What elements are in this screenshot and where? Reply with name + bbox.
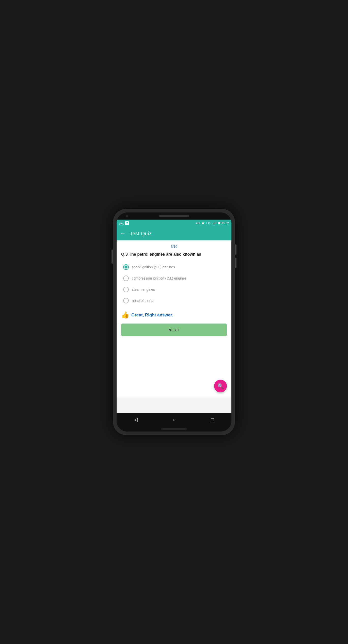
image-icon bbox=[125, 221, 129, 225]
app-bar: ← Test Quiz bbox=[117, 227, 231, 240]
nav-home-button[interactable]: ○ bbox=[173, 417, 176, 422]
option-label-2: compression ignition (C.I.) engines bbox=[132, 276, 187, 280]
bottom-grill bbox=[161, 428, 187, 430]
speed-value: 0 KB/s bbox=[119, 221, 124, 226]
camera-dot bbox=[126, 215, 128, 217]
gray-footer bbox=[117, 397, 231, 413]
phone-bottom-bar bbox=[117, 426, 231, 432]
option-4[interactable]: none of these bbox=[121, 295, 227, 306]
feedback-text: Great, Right answer. bbox=[131, 313, 173, 318]
time-display: 5:52 bbox=[224, 222, 229, 225]
app-title: Test Quiz bbox=[130, 231, 152, 237]
feedback-row: 👍 Great, Right answer. bbox=[121, 311, 227, 319]
next-button[interactable]: NEXT bbox=[121, 324, 227, 336]
radio-3[interactable] bbox=[123, 287, 129, 292]
option-3[interactable]: steam engines bbox=[121, 284, 227, 295]
nav-recent-button[interactable]: □ bbox=[211, 417, 214, 422]
thumbs-up-icon: 👍 bbox=[121, 311, 129, 319]
radio-inner-1 bbox=[124, 266, 128, 269]
back-button[interactable]: ← bbox=[120, 231, 126, 236]
lte-label: LTE bbox=[206, 222, 211, 225]
option-1[interactable]: spark ignition (S.I.) engines bbox=[121, 262, 227, 272]
vol-up-button bbox=[235, 244, 236, 255]
vol-down-button bbox=[235, 258, 236, 268]
option-label-4: none of these bbox=[132, 299, 153, 303]
phone-top-bar bbox=[117, 212, 231, 220]
status-right: 4G LTE bbox=[196, 222, 229, 225]
option-label-1: spark ignition (S.I.) engines bbox=[132, 265, 175, 269]
network-type: 4G bbox=[196, 222, 200, 225]
question-text: Q.3 The petrol engines are also known as bbox=[121, 252, 227, 257]
power-button bbox=[112, 250, 113, 264]
battery-fill bbox=[218, 222, 220, 224]
search-icon: 🔍 bbox=[217, 383, 224, 389]
nav-bar: ◁ ○ □ bbox=[117, 413, 231, 426]
radio-1[interactable] bbox=[123, 264, 129, 270]
wifi-icon bbox=[201, 222, 205, 225]
phone-screen: 0 KB/s 4G bbox=[117, 212, 231, 432]
battery-icon bbox=[218, 222, 222, 224]
status-bar: 0 KB/s 4G bbox=[117, 220, 231, 227]
option-2[interactable]: compression ignition (C.I.) engines bbox=[121, 273, 227, 284]
radio-4[interactable] bbox=[123, 298, 129, 303]
svg-point-2 bbox=[126, 223, 127, 223]
status-left: 0 KB/s bbox=[119, 221, 129, 226]
option-label-3: steam engines bbox=[132, 287, 155, 292]
screen-content: 3/10 Q.3 The petrol engines are also kno… bbox=[117, 240, 231, 413]
options-list: spark ignition (S.I.) engines compressio… bbox=[121, 262, 227, 306]
radio-2[interactable] bbox=[123, 275, 129, 281]
fab-search-button[interactable]: 🔍 bbox=[214, 380, 227, 392]
phone-device: 0 KB/s 4G bbox=[113, 209, 235, 435]
nav-back-button[interactable]: ◁ bbox=[134, 417, 138, 422]
speed-indicator: 0 KB/s bbox=[119, 221, 124, 226]
progress-indicator: 3/10 bbox=[121, 244, 227, 249]
quiz-container: 3/10 Q.3 The petrol engines are also kno… bbox=[117, 240, 231, 397]
cellular-icon bbox=[213, 222, 216, 224]
speaker-grill bbox=[159, 215, 189, 217]
